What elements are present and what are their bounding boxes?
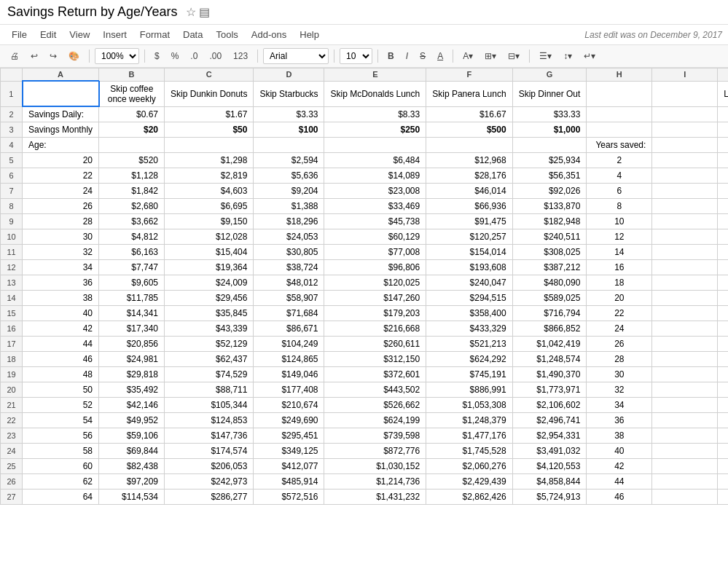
table-cell[interactable]: Skip McDonalds Lunch bbox=[324, 81, 426, 106]
table-cell[interactable]: $1,042,419 bbox=[512, 337, 587, 352]
table-cell[interactable]: $1,030,152 bbox=[324, 459, 426, 474]
table-cell[interactable]: $260,611 bbox=[324, 337, 426, 352]
table-cell[interactable]: $1,248,574 bbox=[512, 352, 587, 367]
table-cell[interactable]: 64 bbox=[23, 490, 99, 505]
table-cell[interactable] bbox=[652, 229, 718, 245]
table-cell[interactable]: 26 bbox=[587, 337, 652, 352]
table-cell[interactable] bbox=[718, 337, 728, 352]
table-cell[interactable]: $349,125 bbox=[254, 444, 324, 459]
table-cell[interactable]: $120,257 bbox=[426, 229, 512, 245]
table-cell[interactable]: $500 bbox=[426, 122, 512, 138]
table-cell[interactable]: Skip coffee once weekly bbox=[99, 81, 165, 106]
table-cell[interactable]: 40 bbox=[23, 306, 99, 321]
table-cell[interactable]: $64,834 bbox=[718, 153, 728, 168]
table-cell[interactable]: 20 bbox=[587, 291, 652, 306]
currency-button[interactable]: $ bbox=[150, 49, 164, 63]
table-cell[interactable]: $3,491,032 bbox=[512, 444, 587, 459]
table-cell[interactable]: $1,490,370 bbox=[512, 367, 587, 382]
col-header-f[interactable]: F bbox=[426, 68, 512, 82]
table-cell[interactable]: $59,106 bbox=[99, 428, 165, 444]
table-cell[interactable]: $443,502 bbox=[324, 382, 426, 398]
folder-icon[interactable]: ▤ bbox=[199, 5, 210, 19]
table-cell[interactable]: 12 bbox=[587, 229, 652, 245]
format123-button[interactable]: 123 bbox=[229, 49, 252, 63]
table-cell[interactable]: $83.33 bbox=[718, 106, 728, 122]
table-cell[interactable]: $124,865 bbox=[254, 352, 324, 367]
col-header-a[interactable]: A bbox=[23, 68, 99, 82]
table-cell[interactable]: 52 bbox=[23, 398, 99, 413]
table-cell[interactable]: $20 bbox=[99, 122, 165, 138]
table-cell[interactable]: 6 bbox=[587, 184, 652, 199]
table-cell[interactable]: $43,339 bbox=[165, 321, 254, 337]
table-cell[interactable]: $480,090 bbox=[512, 275, 587, 291]
table-cell[interactable]: $886,991 bbox=[426, 382, 512, 398]
table-cell[interactable]: 2 bbox=[587, 153, 652, 168]
table-cell[interactable]: $60,129 bbox=[324, 229, 426, 245]
table-cell[interactable]: $968,026 bbox=[718, 260, 728, 275]
table-cell[interactable]: $6,163 bbox=[99, 245, 165, 260]
table-cell[interactable]: $28,176 bbox=[426, 168, 512, 184]
table-cell[interactable]: $9,204 bbox=[254, 184, 324, 199]
menu-format[interactable]: Format bbox=[134, 26, 176, 43]
table-cell[interactable]: 14 bbox=[587, 245, 652, 260]
table-cell[interactable]: $2,496,741 bbox=[512, 413, 587, 428]
table-cell[interactable] bbox=[652, 199, 718, 214]
table-cell[interactable]: $9,150 bbox=[165, 214, 254, 229]
table-cell[interactable]: $4,603 bbox=[165, 184, 254, 199]
table-cell[interactable] bbox=[165, 138, 254, 153]
table-cell[interactable]: $62,437 bbox=[165, 352, 254, 367]
table-cell[interactable]: $739,598 bbox=[324, 428, 426, 444]
table-cell[interactable]: $2,106,602 bbox=[512, 398, 587, 413]
table-cell[interactable]: $1,298 bbox=[165, 153, 254, 168]
menu-insert[interactable]: Insert bbox=[97, 26, 133, 43]
wrap-button[interactable]: ↵▾ bbox=[579, 49, 600, 63]
table-cell[interactable]: $69,844 bbox=[99, 444, 165, 459]
table-cell[interactable] bbox=[652, 184, 718, 199]
menu-addons[interactable]: Add-ons bbox=[246, 26, 292, 43]
table-cell[interactable]: $29,456 bbox=[165, 291, 254, 306]
table-cell[interactable]: Live like you're broke bbox=[718, 81, 728, 106]
table-cell[interactable]: $387,212 bbox=[512, 260, 587, 275]
table-cell[interactable]: $1,248,379 bbox=[426, 413, 512, 428]
table-cell[interactable]: $872,776 bbox=[324, 444, 426, 459]
table-cell[interactable] bbox=[652, 352, 718, 367]
table-cell[interactable]: $105,344 bbox=[165, 398, 254, 413]
table-cell[interactable]: $12,028 bbox=[165, 229, 254, 245]
decimal00-button[interactable]: .00 bbox=[205, 49, 226, 63]
table-cell[interactable] bbox=[718, 321, 728, 337]
table-cell[interactable]: $3,662 bbox=[99, 214, 165, 229]
table-cell[interactable]: $182,948 bbox=[512, 214, 587, 229]
table-cell[interactable]: $1.67 bbox=[165, 106, 254, 122]
table-cell[interactable] bbox=[718, 306, 728, 321]
table-cell[interactable]: $312,150 bbox=[324, 352, 426, 367]
table-cell[interactable]: Skip Dunkin Donuts bbox=[165, 81, 254, 106]
table-cell[interactable]: $82,438 bbox=[99, 459, 165, 474]
table-cell[interactable]: $294,515 bbox=[426, 291, 512, 306]
table-cell[interactable]: 8 bbox=[587, 199, 652, 214]
table-cell[interactable]: 26 bbox=[23, 199, 99, 214]
table-cell[interactable]: $210,674 bbox=[254, 398, 324, 413]
table-cell[interactable]: $42,146 bbox=[99, 398, 165, 413]
table-cell[interactable] bbox=[652, 260, 718, 275]
table-cell[interactable]: 58 bbox=[23, 444, 99, 459]
table-cell[interactable]: $45,738 bbox=[324, 214, 426, 229]
table-cell[interactable]: $124,853 bbox=[165, 413, 254, 428]
table-cell[interactable]: $114,534 bbox=[99, 490, 165, 505]
table-cell[interactable]: $526,662 bbox=[324, 398, 426, 413]
table-cell[interactable]: 50 bbox=[23, 382, 99, 398]
print-button[interactable]: 🖨 bbox=[6, 49, 23, 63]
table-cell[interactable]: $24,053 bbox=[254, 229, 324, 245]
table-cell[interactable]: $14,341 bbox=[99, 306, 165, 321]
menu-help[interactable]: Help bbox=[294, 26, 325, 43]
table-cell[interactable]: $716,794 bbox=[512, 306, 587, 321]
table-cell[interactable]: $33.33 bbox=[512, 106, 587, 122]
table-cell[interactable]: 34 bbox=[587, 398, 652, 413]
zoom-select[interactable]: 100% bbox=[95, 48, 139, 64]
table-cell[interactable]: $2,680 bbox=[99, 199, 165, 214]
table-cell[interactable] bbox=[652, 367, 718, 382]
table-cell[interactable] bbox=[587, 122, 652, 138]
table-cell[interactable] bbox=[718, 444, 728, 459]
table-cell[interactable] bbox=[652, 291, 718, 306]
decimal0-button[interactable]: .0 bbox=[186, 49, 202, 63]
table-cell[interactable]: $7,747 bbox=[99, 260, 165, 275]
